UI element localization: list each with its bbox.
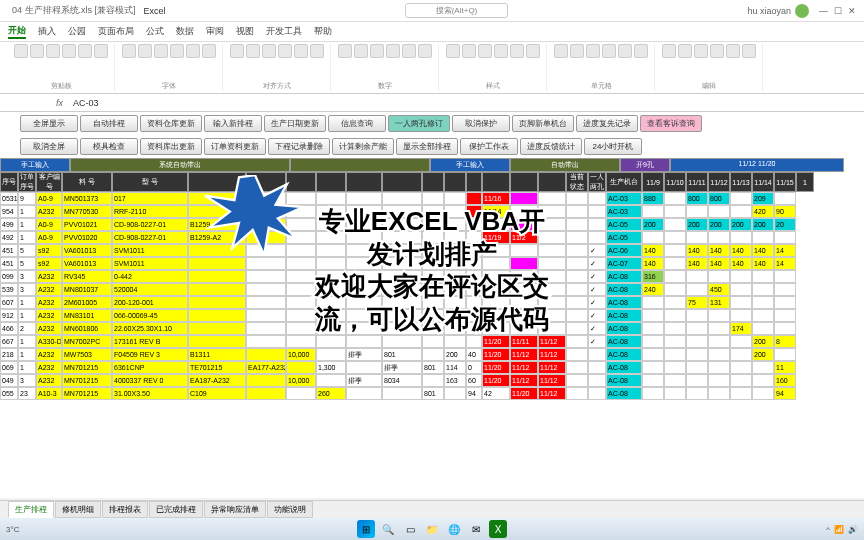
cell[interactable]: 11/19: [482, 231, 510, 244]
cell[interactable]: [188, 322, 246, 335]
cell[interactable]: MN701215: [62, 387, 112, 400]
ribbon-icon[interactable]: [30, 44, 44, 58]
cell[interactable]: PVV01020: [62, 231, 112, 244]
cell[interactable]: [588, 231, 606, 244]
cell[interactable]: [346, 192, 382, 205]
cell[interactable]: 667: [0, 335, 18, 348]
cell[interactable]: A10-3: [36, 387, 62, 400]
cell[interactable]: [752, 309, 774, 322]
cell[interactable]: MN801037: [62, 283, 112, 296]
ribbon-icon[interactable]: [510, 44, 524, 58]
cell[interactable]: [382, 218, 422, 231]
cell[interactable]: [188, 296, 246, 309]
cell[interactable]: [642, 374, 664, 387]
macro-btn[interactable]: 查看客诉查询: [640, 115, 702, 132]
cell[interactable]: [188, 335, 246, 348]
cell[interactable]: MN83101: [62, 309, 112, 322]
cell[interactable]: [686, 348, 708, 361]
cell[interactable]: ✓: [588, 322, 606, 335]
cell[interactable]: [466, 322, 482, 335]
cell[interactable]: MW7503: [62, 348, 112, 361]
cell[interactable]: [588, 361, 606, 374]
cell[interactable]: 1: [18, 348, 36, 361]
cell[interactable]: A0-9: [36, 218, 62, 231]
cell[interactable]: 209: [752, 192, 774, 205]
cell[interactable]: [346, 257, 382, 270]
cell[interactable]: [482, 296, 510, 309]
cell[interactable]: [382, 244, 422, 257]
column-header[interactable]: [510, 172, 538, 192]
cell[interactable]: 11/20: [482, 374, 510, 387]
cell[interactable]: [686, 231, 708, 244]
cell[interactable]: [730, 335, 752, 348]
ribbon-icon[interactable]: [478, 44, 492, 58]
cell[interactable]: [286, 309, 316, 322]
column-header[interactable]: 11/11: [686, 172, 708, 192]
cell[interactable]: [316, 348, 346, 361]
cell[interactable]: [566, 335, 588, 348]
cell[interactable]: [686, 283, 708, 296]
ribbon-icon[interactable]: [62, 44, 76, 58]
cell[interactable]: [538, 205, 566, 218]
cell[interactable]: 140: [642, 244, 664, 257]
cell[interactable]: [346, 244, 382, 257]
cell[interactable]: [664, 231, 686, 244]
cell[interactable]: 200: [642, 218, 664, 231]
ribbon-icon[interactable]: [46, 44, 60, 58]
cell[interactable]: [510, 309, 538, 322]
cell[interactable]: [730, 231, 752, 244]
formula-value[interactable]: AC-03: [69, 98, 103, 108]
cell[interactable]: ✓: [588, 270, 606, 283]
cell[interactable]: ✓: [588, 257, 606, 270]
cell[interactable]: 11/20: [482, 361, 510, 374]
cell[interactable]: 22.60X25.30X1.10: [112, 322, 188, 335]
table-row[interactable]: 6671A330-DMN7002PC173161 REV B11/2011/11…: [0, 335, 864, 348]
ribbon-icon[interactable]: [462, 44, 476, 58]
cell[interactable]: [246, 387, 286, 400]
cell[interactable]: [566, 309, 588, 322]
search-icon[interactable]: 🔍: [379, 520, 397, 538]
cell[interactable]: [444, 257, 466, 270]
cell[interactable]: [316, 374, 346, 387]
table-row[interactable]: 05319A0-9MN50137301711/16AC-038808008002…: [0, 192, 864, 205]
cell[interactable]: 23: [18, 387, 36, 400]
cell[interactable]: [566, 205, 588, 218]
cell[interactable]: 14: [774, 257, 796, 270]
cell[interactable]: [382, 231, 422, 244]
cell[interactable]: 1: [18, 335, 36, 348]
ribbon-icon[interactable]: [526, 44, 540, 58]
ribbon-icon[interactable]: [554, 44, 568, 58]
macro-btn[interactable]: 进度反馈统计: [520, 138, 582, 155]
cell[interactable]: [774, 348, 796, 361]
cell[interactable]: 1: [18, 361, 36, 374]
cell[interactable]: [444, 192, 466, 205]
cell[interactable]: [482, 244, 510, 257]
cell[interactable]: [538, 257, 566, 270]
cell[interactable]: [708, 387, 730, 400]
ribbon-icon[interactable]: [338, 44, 352, 58]
cell[interactable]: [466, 296, 482, 309]
cell[interactable]: 3: [18, 374, 36, 387]
cell[interactable]: [664, 218, 686, 231]
cell[interactable]: [752, 374, 774, 387]
cell[interactable]: [482, 309, 510, 322]
cell[interactable]: 200: [752, 348, 774, 361]
cell[interactable]: A232: [36, 361, 62, 374]
column-header[interactable]: [538, 172, 566, 192]
cell[interactable]: [422, 231, 444, 244]
cell[interactable]: 140: [752, 244, 774, 257]
macro-btn[interactable]: 资料仓库更新: [140, 115, 202, 132]
column-header[interactable]: [316, 172, 346, 192]
cell[interactable]: [188, 283, 246, 296]
cell[interactable]: 8: [774, 335, 796, 348]
cell[interactable]: [246, 322, 286, 335]
cell[interactable]: [566, 348, 588, 361]
cell[interactable]: A232: [36, 322, 62, 335]
ribbon-icon[interactable]: [14, 44, 28, 58]
ribbon-icon[interactable]: [294, 44, 308, 58]
cell[interactable]: TE701215: [188, 361, 246, 374]
cell[interactable]: [422, 296, 444, 309]
cell[interactable]: F04509 REV 3: [112, 348, 188, 361]
macro-btn[interactable]: 订单资料更新: [204, 138, 266, 155]
cell[interactable]: [444, 283, 466, 296]
